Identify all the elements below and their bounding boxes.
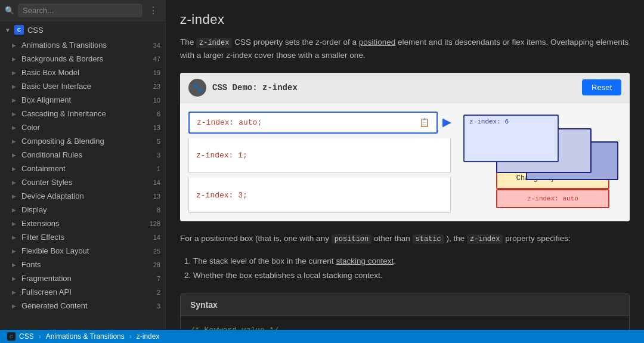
stacking-context-link[interactable]: stacking context <box>336 257 394 265</box>
sidebar-item-animations[interactable]: ▶ Animations & Transitions 34 <box>0 38 165 52</box>
status-css-label: CSS <box>19 332 34 341</box>
search-icon: 🔍 <box>5 6 14 15</box>
sidebar-item-count: 2 <box>148 289 160 296</box>
chevron-icon: ▶ <box>12 193 18 199</box>
chevron-icon: ▶ <box>12 262 18 268</box>
sidebar-item-compositing[interactable]: ▶ Compositing & Blending 5 <box>0 134 165 148</box>
chevron-icon: ▶ <box>12 138 18 144</box>
tree-root-css[interactable]: ▼ C CSS <box>0 21 165 38</box>
more-options-icon[interactable]: ⋮ <box>146 4 160 17</box>
sidebar-item-containment[interactable]: ▶ Containment 1 <box>0 162 165 175</box>
sidebar-item-fullscreen[interactable]: ▶ Fullscreen API 2 <box>0 285 165 299</box>
code-row-1: z-index: auto; 📋 ▶ <box>188 112 451 134</box>
sidebar-item-conditional-rules[interactable]: ▶ Conditional Rules 3 <box>0 148 165 162</box>
root-chevron-icon: ▼ <box>5 27 11 33</box>
sidebar-item-label: Conditional Rules <box>21 150 145 159</box>
chevron-icon: ▶ <box>12 207 18 213</box>
css-icon: C <box>14 25 24 35</box>
clipboard-icon[interactable]: 📋 <box>419 118 429 128</box>
sidebar-item-count: 10 <box>148 97 160 104</box>
chevron-icon: ▶ <box>12 221 18 227</box>
sidebar-item-count: 34 <box>148 42 160 49</box>
status-sep-2: › <box>129 332 132 341</box>
sidebar-item-flexbox[interactable]: ▶ Flexible Box Layout 25 <box>0 244 165 258</box>
sidebar-item-counter-styles[interactable]: ▶ Counter Styles 14 <box>0 175 165 189</box>
chevron-icon: ▶ <box>12 70 18 76</box>
demo-title: CSS Demo: z-index <box>212 83 576 92</box>
sidebar-item-label: Animations & Transitions <box>21 41 145 50</box>
code-box-1[interactable]: z-index: 1; <box>188 138 451 174</box>
sidebar-item-box-alignment[interactable]: ▶ Box Alignment 10 <box>0 93 165 107</box>
chevron-icon: ▶ <box>12 42 18 48</box>
positioned-link[interactable]: positioned <box>359 38 396 47</box>
syntax-section: Syntax /* Keyword value */ z-index: auto… <box>180 293 630 330</box>
sidebar-item-label: Fullscreen API <box>21 288 145 296</box>
sidebar-item-extensions[interactable]: ▶ Extensions 128 <box>0 217 165 230</box>
sidebar-item-label: Extensions <box>21 219 145 228</box>
chevron-icon: ▶ <box>12 180 18 186</box>
for-positioned-paragraph: For a positioned box (that is, one with … <box>180 232 630 246</box>
demo-box: 🐾 CSS Demo: z-index Reset z-index: auto;… <box>180 73 630 221</box>
intro-paragraph: The z-index CSS property sets the z-orde… <box>180 36 630 62</box>
sidebar-item-generated-content[interactable]: ▶ Generated Content 3 <box>0 299 165 313</box>
zbox-6-label: z-index: 6 <box>469 118 509 125</box>
specifies-list: The stack level of the box in the curren… <box>180 254 630 283</box>
sidebar-item-count: 23 <box>148 83 160 90</box>
chevron-icon: ▶ <box>12 152 18 158</box>
chevron-icon: ▶ <box>12 303 18 309</box>
sidebar-item-label: Filter Effects <box>21 233 145 242</box>
sidebar-item-filter-effects[interactable]: ▶ Filter Effects 14 <box>0 230 165 244</box>
sidebar-item-label: Counter Styles <box>21 178 145 187</box>
code-box-3[interactable]: z-index: 3; <box>188 178 451 213</box>
sidebar-item-label: Basic Box Model <box>21 68 145 77</box>
sidebar-item-count: 1 <box>148 165 160 172</box>
chevron-icon: ▶ <box>12 125 18 131</box>
sidebar-item-label: Device Adaptation <box>21 191 145 200</box>
chevron-icon: ▶ <box>12 289 18 295</box>
sidebar-item-fonts[interactable]: ▶ Fonts 28 <box>0 258 165 271</box>
demo-right-panel: z-index: 6 z-index: 4 z-index: 2 Change … <box>460 112 621 213</box>
sidebar: 🔍 ⋮ ▼ C CSS ▶ Animations & Transitions 3… <box>0 0 166 330</box>
sidebar-item-count: 47 <box>148 55 160 63</box>
sidebar-item-basic-box-model[interactable]: ▶ Basic Box Model 19 <box>0 66 165 79</box>
sidebar-item-backgrounds[interactable]: ▶ Backgrounds & Borders 47 <box>0 52 165 66</box>
demo-left-panel: z-index: auto; 📋 ▶ z-index: 1; z-index: … <box>188 112 451 213</box>
code-box-auto[interactable]: z-index: auto; 📋 <box>188 112 438 134</box>
sidebar-item-label: Basic User Interface <box>21 82 145 91</box>
inline-code-static: static <box>413 234 444 244</box>
reset-button[interactable]: Reset <box>582 79 621 95</box>
sidebar-item-display[interactable]: ▶ Display 8 <box>0 203 165 217</box>
sidebar-item-label: Display <box>21 205 145 214</box>
sidebar-item-label: Box Alignment <box>21 95 145 104</box>
chevron-icon: ▶ <box>12 276 18 282</box>
sidebar-item-basic-ui[interactable]: ▶ Basic User Interface 23 <box>0 79 165 93</box>
sidebar-item-count: 14 <box>148 234 160 241</box>
sidebar-item-label: Flexible Box Layout <box>21 246 145 255</box>
code-text-auto: z-index: auto; <box>197 118 262 127</box>
sidebar-item-count: 25 <box>148 248 160 255</box>
list-item-1: The stack level of the box in the curren… <box>193 254 630 268</box>
sidebar-item-label: Compositing & Blending <box>21 137 145 146</box>
sidebar-item-fragmentation[interactable]: ▶ Fragmentation 7 <box>0 271 165 285</box>
sidebar-item-count: 19 <box>148 69 160 76</box>
sidebar-item-cascading[interactable]: ▶ Cascading & Inheritance 6 <box>0 107 165 120</box>
sidebar-item-count: 8 <box>148 206 160 214</box>
sidebar-item-count: 14 <box>148 179 160 186</box>
list-item-2: Whether the box establishes a local stac… <box>193 268 630 283</box>
sidebar-item-label: Fragmentation <box>21 274 145 283</box>
sidebar-item-device-adaptation[interactable]: ▶ Device Adaptation 13 <box>0 189 165 203</box>
status-zindex-label: z-index <box>137 332 160 341</box>
sidebar-item-count: 3 <box>148 302 160 310</box>
sidebar-item-color[interactable]: ▶ Color 13 <box>0 120 165 134</box>
sidebar-item-count: 5 <box>148 138 160 145</box>
demo-header: 🐾 CSS Demo: z-index Reset <box>180 73 630 103</box>
sidebar-item-label: Fonts <box>21 260 145 269</box>
paw-icon: 🐾 <box>188 79 206 97</box>
zindex-visualization: z-index: 6 z-index: 4 z-index: 2 Change … <box>460 112 621 213</box>
inline-code-zindex: z-index <box>196 38 232 48</box>
sidebar-item-label: Cascading & Inheritance <box>21 109 145 118</box>
chevron-icon: ▶ <box>12 234 18 240</box>
arrow-icon: ▶ <box>442 116 451 129</box>
status-animations-label: Animations & Transitions <box>46 332 125 341</box>
search-input[interactable] <box>18 4 143 17</box>
